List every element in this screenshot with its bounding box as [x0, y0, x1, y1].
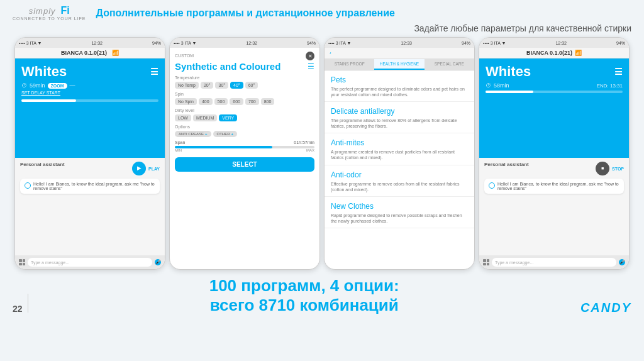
- assistant-message: Hello! I am Bianca, to know the ideal pr…: [33, 182, 155, 191]
- progress-fill4: [486, 91, 533, 93]
- clock-icon: ⏱: [21, 82, 27, 89]
- list-icon4[interactable]: ☰: [614, 67, 623, 77]
- program-newclothes: New Clothes Rapid programme designed to …: [325, 197, 474, 228]
- spin-options: No Spin 400 500 600 700 800: [175, 98, 314, 105]
- phone3: •••• 3 ITA ▼ 12:33 94% ‹ STAINS PROOF HE…: [324, 37, 475, 270]
- program-antiallergy-title[interactable]: Delicate antiallergy: [331, 107, 468, 116]
- phone1-program-title: Whites ☰: [21, 64, 158, 80]
- tab-health[interactable]: HEALTH & HYGIENE: [374, 59, 424, 70]
- program-pets-title[interactable]: Pets: [331, 75, 468, 84]
- signal-icon: 📶: [112, 50, 119, 56]
- phone2-battery: 94%: [307, 41, 316, 45]
- bubble-avatar: [25, 182, 31, 189]
- message-input[interactable]: Type a messagge...: [28, 258, 152, 267]
- logo-area: simply Fi CONNECTED TO YOUR LIFE: [13, 5, 86, 21]
- temp-30[interactable]: 30°: [215, 82, 228, 89]
- program-name: Synthetic and Coloured: [175, 61, 280, 72]
- phone3-back[interactable]: ‹: [325, 48, 474, 59]
- close-button[interactable]: ✕: [306, 52, 314, 60]
- message-input4[interactable]: Type a messagge...: [492, 258, 616, 267]
- phones-row: •••• 3 ITA ▼ 12:32 94% BIANCA 0.1.0(21) …: [0, 37, 644, 270]
- program-name-row: Synthetic and Coloured ☰: [175, 61, 314, 72]
- span-slider[interactable]: [175, 146, 314, 148]
- tab-special[interactable]: SPECIAL CARE: [425, 59, 474, 70]
- temp-60[interactable]: 60°: [245, 82, 258, 89]
- phone1-duration: 59min: [30, 82, 45, 89]
- progress-bar: [21, 99, 158, 102]
- dirty-low[interactable]: LOW: [175, 114, 191, 121]
- spin-800[interactable]: 800: [261, 98, 275, 105]
- phone2-content: CUSTOM ✕ Synthetic and Coloured ☰ Temper…: [170, 48, 319, 269]
- program-antiodr-title[interactable]: Anti-odor: [331, 170, 468, 179]
- temperature-label: Temperature: [175, 75, 314, 80]
- phone2-carrier: •••• 3 ITA ▼: [174, 41, 196, 45]
- list-icon2[interactable]: ☰: [308, 62, 314, 71]
- phone3-status-bar: •••• 3 ITA ▼ 12:33 94%: [325, 38, 474, 48]
- stop-label: STOP: [612, 167, 624, 171]
- stop-button[interactable]: ■: [596, 162, 609, 175]
- mic-icon4[interactable]: 🎤: [619, 259, 625, 265]
- program-antiodr: Anti-odor Effective programme to remove …: [325, 165, 474, 197]
- temp-no[interactable]: No Temp: [175, 82, 199, 89]
- dirty-medium[interactable]: MEDIUM: [193, 114, 217, 121]
- spin-500[interactable]: 500: [214, 98, 228, 105]
- phone1-time: 12:32: [91, 41, 103, 45]
- phone3-battery: 94%: [462, 41, 470, 45]
- span-time: 01h:57min: [294, 140, 314, 145]
- candy-logo: CANDY: [580, 301, 631, 315]
- phone1-status-bar: •••• 3 ITA ▼ 12:32 94%: [15, 38, 165, 48]
- personal-assistant-header: Personal assistant ▶ PLAY: [20, 162, 160, 177]
- dirty-options: LOW MEDIUM VERY: [175, 114, 314, 121]
- progress-fill: [21, 99, 76, 102]
- phone4-status-bar: •••• 3 ITA ▼ 12:32 94%: [479, 38, 629, 48]
- phone1: •••• 3 ITA ▼ 12:32 94% BIANCA 0.1.0(21) …: [14, 37, 165, 270]
- play-label: PLAY: [148, 167, 160, 171]
- temp-20[interactable]: 20°: [201, 82, 214, 89]
- phone1-bottom: Personal assistant ▶ PLAY Hello! I am Bi…: [15, 158, 165, 256]
- big-text-center: 100 программ, 4 опции: всего 8710 комбин…: [28, 276, 580, 315]
- phone3-tabs: STAINS PROOF HEALTH & HYGIENE SPECIAL CA…: [325, 59, 474, 70]
- phone1-title-bar: BIANCA 0.1.0(21) 📶: [15, 48, 165, 58]
- phone3-carrier: •••• 3 ITA ▼: [328, 41, 351, 45]
- spin-400[interactable]: 400: [199, 98, 213, 105]
- program-antimites-title[interactable]: Anti-mites: [331, 138, 468, 147]
- grid-icon[interactable]: [19, 259, 25, 265]
- slider-labels: MIN MAX: [175, 148, 314, 152]
- span-row: Span 01h:57min: [175, 140, 314, 145]
- program-antiallergy-desc: The programme allows to remove 80% of al…: [331, 118, 468, 129]
- assistant-bubble4: Hello! I am Bianca, to know the ideal pr…: [484, 179, 624, 194]
- program-antiodr-desc: Effective programme to remove odors from…: [331, 181, 468, 192]
- tag-other[interactable]: OTHER +: [213, 131, 238, 137]
- program-antimites: Anti-mites A programme created to remove…: [325, 133, 474, 165]
- tab-stains[interactable]: STAINS PROOF: [325, 59, 374, 70]
- temp-40[interactable]: 40°: [230, 82, 243, 89]
- spin-600[interactable]: 600: [230, 98, 243, 105]
- select-button[interactable]: SELECT: [175, 157, 314, 172]
- grid-icon4[interactable]: [483, 259, 489, 265]
- signal-icon4: 📶: [575, 50, 582, 56]
- program-antimites-desc: A programme created to remove dust parti…: [331, 149, 468, 160]
- options-label: Options: [175, 125, 314, 129]
- phone4-carrier: •••• 3 ITA ▼: [483, 41, 506, 45]
- dirty-very[interactable]: VERY: [219, 114, 237, 121]
- tag-anti-crease[interactable]: ANTI CREASE +: [175, 131, 211, 137]
- list-icon[interactable]: ☰: [150, 67, 158, 77]
- logo-simply: simply: [29, 6, 56, 16]
- program-newclothes-title[interactable]: New Clothes: [331, 202, 468, 211]
- custom-label: CUSTOM: [175, 53, 194, 58]
- personal-assistant-header4: Personal assistant ■ STOP: [484, 162, 624, 177]
- set-delay-link[interactable]: SET DELAY START: [21, 91, 158, 95]
- phone4-program-title: Whites ☰: [486, 64, 623, 80]
- phone4-title-bar: BIANCA 0.1.0(21) 📶: [479, 48, 629, 58]
- spin-no[interactable]: No Spin: [175, 98, 197, 105]
- big-line2: всего 8710 комбинаций: [28, 296, 580, 315]
- zoom-button[interactable]: ZOOM: [48, 83, 67, 89]
- phone1-message-bar: Type a messagge... 🎤: [15, 255, 165, 269]
- phone3-time: 12:33: [401, 41, 412, 45]
- programs-list: Pets The perfect programme designed to e…: [325, 70, 474, 269]
- play-button[interactable]: ▶: [132, 162, 146, 175]
- phone4-battery: 94%: [616, 41, 625, 45]
- mic-icon[interactable]: 🎤: [155, 259, 161, 265]
- phone4-main: Whites ☰ ⏱ 58min END: 13:31: [479, 58, 629, 158]
- spin-700[interactable]: 700: [245, 98, 259, 105]
